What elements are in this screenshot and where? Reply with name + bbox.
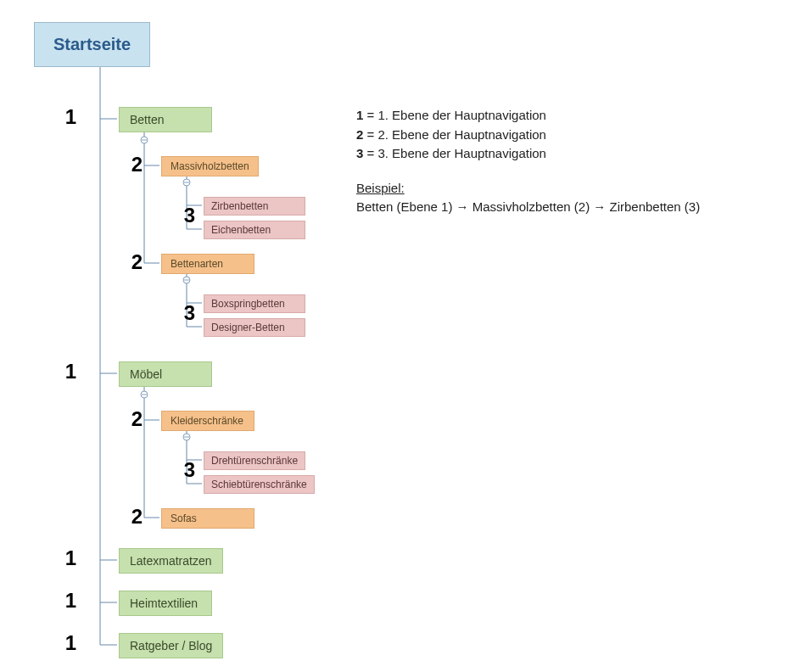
node-ratgeber[interactable]: Ratgeber / Blog	[119, 633, 223, 658]
node-label: Schiebtürenschränke	[211, 479, 307, 490]
depth-label-2: 2	[117, 153, 143, 176]
node-drehtuerenschraenke[interactable]: Drehtürenschränke	[204, 451, 305, 470]
depth-label-3: 3	[170, 458, 195, 482]
legend-example-head: Beispiel:	[356, 179, 700, 199]
node-sofas[interactable]: Sofas	[161, 508, 254, 529]
svg-point-17	[183, 277, 190, 283]
node-root[interactable]: Startseite	[34, 22, 150, 67]
legend-example-body: Betten (Ebene 1) → Massivholzbetten (2) …	[356, 198, 700, 217]
node-moebel[interactable]: Möbel	[119, 361, 212, 387]
depth-label-1: 1	[51, 360, 76, 384]
node-kleiderschraenke[interactable]: Kleiderschränke	[161, 411, 254, 431]
depth-label-1: 1	[51, 589, 76, 613]
node-label: Eichenbetten	[211, 224, 271, 236]
node-label: Betten	[130, 113, 164, 126]
node-label: Massivholzbetten	[171, 160, 249, 172]
svg-point-7	[141, 137, 148, 143]
node-eichenbetten[interactable]: Eichenbetten	[204, 221, 305, 239]
svg-point-27	[183, 434, 190, 440]
node-designer-betten[interactable]: Designer-Betten	[204, 318, 305, 337]
node-label: Bettenarten	[171, 258, 223, 270]
depth-label-2: 2	[117, 250, 143, 274]
depth-label-1: 1	[51, 631, 76, 655]
node-label: Möbel	[130, 367, 162, 381]
svg-point-22	[141, 391, 148, 398]
legend-text: = 2. Ebene der Hauptnavigation	[363, 127, 546, 142]
node-betten[interactable]: Betten	[119, 107, 212, 132]
node-boxspringbetten[interactable]: Boxspringbetten	[204, 294, 305, 313]
node-label: Sofas	[171, 512, 197, 524]
node-latexmatratzen[interactable]: Latexmatratzen	[119, 548, 223, 574]
legend: 1 = 1. Ebene der Hauptnavigation 2 = 2. …	[356, 106, 700, 217]
node-label: Boxspringbetten	[211, 298, 285, 310]
legend-line-3: 3 = 3. Ebene der Hauptnavigation	[356, 144, 700, 164]
node-label: Designer-Betten	[211, 322, 285, 333]
node-label: Startseite	[53, 35, 131, 54]
depth-label-2: 2	[117, 505, 143, 529]
node-schiebetuerenschraenke[interactable]: Schiebtürenschränke	[204, 475, 315, 494]
depth-label-3: 3	[170, 301, 195, 325]
depth-label-1: 1	[51, 105, 76, 129]
legend-line-1: 1 = 1. Ebene der Hauptnavigation	[356, 106, 700, 126]
legend-text: = 3. Ebene der Hauptnavigation	[363, 146, 546, 160]
depth-label-2: 2	[117, 407, 143, 431]
depth-label-1: 1	[51, 546, 76, 570]
node-zirbenbetten[interactable]: Zirbenbetten	[204, 197, 305, 216]
node-massivholzbetten[interactable]: Massivholzbetten	[161, 156, 259, 176]
legend-text: = 1. Ebene der Hauptnavigation	[363, 108, 546, 122]
node-heimtextilien[interactable]: Heimtextilien	[119, 591, 212, 616]
depth-label-3: 3	[170, 204, 195, 227]
node-label: Drehtürenschränke	[211, 455, 298, 467]
node-label: Kleiderschränke	[171, 415, 243, 427]
node-bettenarten[interactable]: Bettenarten	[161, 254, 254, 274]
node-label: Heimtextilien	[130, 596, 198, 610]
node-label: Zirbenbetten	[211, 200, 268, 212]
legend-line-2: 2 = 2. Ebene der Hauptnavigation	[356, 126, 700, 145]
legend-example: Beispiel: Betten (Ebene 1) → Massivholzb…	[356, 179, 700, 217]
svg-point-12	[183, 179, 190, 186]
node-label: Ratgeber / Blog	[130, 639, 212, 652]
node-label: Latexmatratzen	[130, 554, 212, 568]
